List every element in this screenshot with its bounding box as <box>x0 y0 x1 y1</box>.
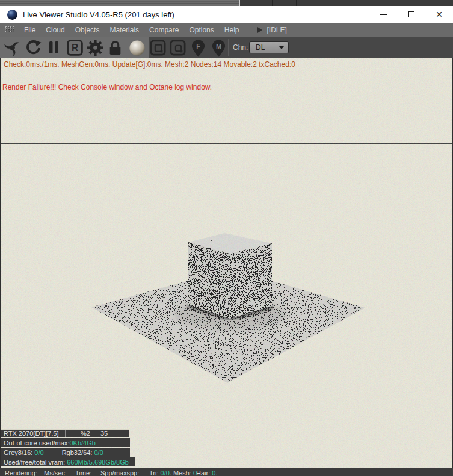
channel-label: Chn: <box>233 43 248 52</box>
mesh-stat: Mesh: 0. <box>173 469 199 476</box>
close-icon: ✕ <box>436 10 443 19</box>
grey-label: Grey8/16: <box>1 449 34 456</box>
tri-stat: Tri: 0/0. <box>149 469 171 476</box>
ms-label: Ms/sec: <box>44 469 67 476</box>
pin-f-icon[interactable]: F <box>191 40 205 57</box>
out-of-core-value: 0Kb/4Gb <box>69 439 95 447</box>
texture-usage-row: Grey8/16: 0/0 Rgb32/64: 0/0 <box>1 448 130 457</box>
grey-value: 0/0 <box>34 449 43 456</box>
r-label: R <box>72 43 78 53</box>
channel-value: DL <box>256 43 265 52</box>
rendering-label: Rendering: <box>5 469 37 476</box>
out-of-core-row: Out-of-core used/max:0Kb/4Gb <box>1 438 130 447</box>
menu-options[interactable]: Options <box>189 24 214 36</box>
gpu-percent: %2 <box>65 430 94 437</box>
render-status-bar: Rendering: Ms/sec: Time: Spp/maxspp: Tri… <box>0 468 453 476</box>
toolbar: R <box>0 37 453 58</box>
maximize-button[interactable] <box>398 6 425 23</box>
scene-check-status: Check:0ms./1ms. MeshGen:0ms. Update[G]:0… <box>4 60 295 69</box>
octane-swirl-icon[interactable] <box>4 40 20 56</box>
title-bar[interactable]: Live Viewer Studio V4.05-R5 (201 days le… <box>0 6 453 23</box>
octane-logo-icon <box>7 10 17 20</box>
out-of-core-label: Out-of-core used/max: <box>1 439 69 447</box>
time-label: Time: <box>75 469 91 476</box>
material-ball-icon[interactable] <box>129 40 146 56</box>
render-scene <box>0 58 453 469</box>
minimize-icon <box>380 14 387 15</box>
pick-region2-icon[interactable] <box>170 40 186 56</box>
spp-label: Spp/maxspp: <box>100 469 139 476</box>
menu-cloud[interactable]: Cloud <box>46 24 64 36</box>
render-viewport[interactable]: Check:0ms./1ms. MeshGen:0ms. Update[G]:0… <box>0 58 453 469</box>
menu-materials[interactable]: Materials <box>109 24 139 36</box>
gpu-device-row: RTX 2070[DT][7.5] %2 35 <box>1 429 129 437</box>
divider <box>296 0 297 6</box>
render-failure-message: Render Failure!!! Check Console window a… <box>2 83 212 91</box>
hair-stat: Hair: 0. <box>196 469 217 476</box>
window-title: Live Viewer Studio V4.05-R5 (201 days le… <box>23 10 174 19</box>
refresh-icon[interactable] <box>25 40 42 56</box>
host-app-strip <box>0 0 453 6</box>
host-texture <box>0 0 239 6</box>
rgb-label: Rgb32/64: <box>60 449 94 456</box>
gpu-spp-value: 35 <box>94 430 128 437</box>
pause-icon[interactable] <box>49 40 59 55</box>
vram-row: Used/free/total vram: 660Mb/5.698Gb/8Gb <box>1 457 135 466</box>
channel-dropdown[interactable]: DL <box>249 41 289 53</box>
pin-f-label: F <box>196 43 200 50</box>
play-icon[interactable] <box>257 27 262 33</box>
vram-label: Used/free/total vram: <box>1 459 67 466</box>
pin-m-label: M <box>216 43 221 50</box>
toolbar-separator <box>228 39 229 56</box>
chevron-down-icon <box>279 46 284 49</box>
pick-region-icon[interactable] <box>150 40 166 56</box>
minimize-button[interactable] <box>370 6 398 23</box>
restart-r-icon[interactable]: R <box>67 40 83 56</box>
menu-objects[interactable]: Objects <box>75 24 100 36</box>
menu-compare[interactable]: Compare <box>149 24 179 36</box>
window-border-left <box>0 58 1 469</box>
menu-help[interactable]: Help <box>224 24 239 36</box>
rgb-value: 0/0 <box>94 449 103 456</box>
gpu-stats-panel: RTX 2070[DT][7.5] %2 35 Out-of-core used… <box>1 429 135 467</box>
pin-m-icon[interactable]: M <box>212 40 226 57</box>
palette-grip-icon[interactable] <box>5 26 14 34</box>
tri-value: 0/0 <box>161 469 170 476</box>
menu-file[interactable]: File <box>24 24 35 36</box>
maximize-icon <box>408 11 414 17</box>
render-state-label: [IDLE] <box>267 26 286 34</box>
vram-value: 660Mb/5.698Gb/8Gb <box>67 459 129 466</box>
menu-bar: File Cloud Objects Materials Compare Opt… <box>0 23 453 37</box>
gear-icon[interactable] <box>87 40 103 56</box>
gpu-device-name: RTX 2070[DT][7.5] <box>1 430 65 437</box>
close-button[interactable]: ✕ <box>425 6 453 23</box>
lock-icon[interactable] <box>107 40 123 56</box>
divider <box>272 0 273 6</box>
